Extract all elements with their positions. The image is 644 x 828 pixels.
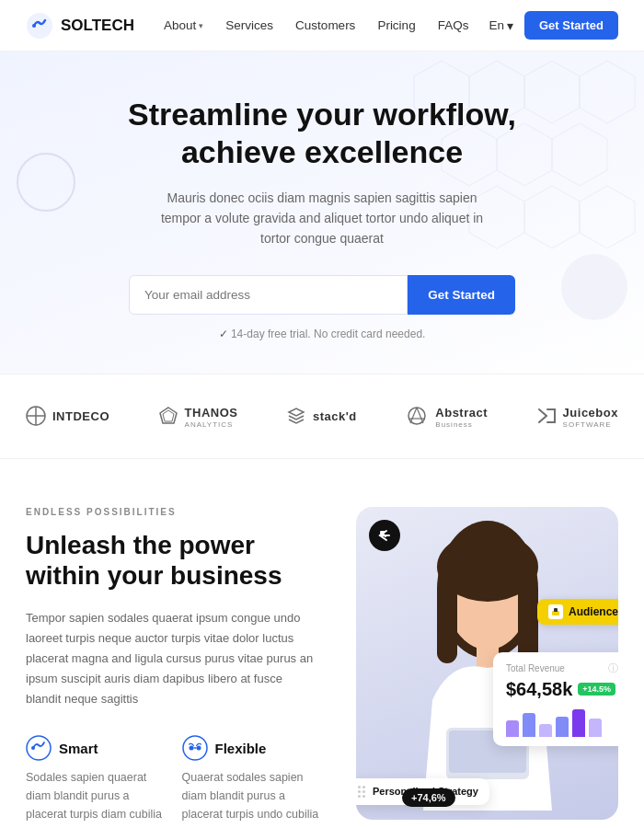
drag-handle [358, 786, 365, 798]
logo-thanos-text: THANOS [185, 406, 238, 420]
nav-links: About ▾ Services Customers Pricing FAQs … [155, 11, 618, 40]
logo-abstract-text: Abstract [435, 406, 488, 420]
feature-flexible: Flexible Quaerat sodales sapien diam bla… [182, 735, 320, 828]
logo-juicebox-text: Juicebox [563, 406, 618, 420]
logo-intdeco: INTDECO [26, 406, 109, 426]
hero-circle-right [561, 254, 627, 320]
feature-flexible-text: Quaerat sodales sapien diam blandit puru… [182, 768, 320, 828]
svg-point-25 [196, 746, 201, 751]
features-left: ENDLESS POSSIBILITIES Unleash the power … [26, 507, 319, 828]
logo-thanos-sub: ANALYTICS [185, 420, 238, 429]
features-tag: ENDLESS POSSIBILITIES [26, 507, 319, 517]
chevron-down-icon: ▾ [507, 18, 513, 33]
hero-form: Get Started [129, 275, 515, 315]
info-icon: ⓘ [608, 661, 618, 675]
email-input[interactable] [129, 275, 408, 315]
revenue-label: Total Revenue ⓘ [506, 661, 618, 675]
hero-note: 14-day free trial. No credit card needed… [26, 328, 618, 340]
audience-icon [548, 604, 563, 619]
features-headline: Unleash the power within your business [26, 530, 319, 592]
svg-rect-31 [518, 581, 538, 663]
svg-rect-30 [437, 581, 457, 663]
logo-abstract: Abstract Business [405, 404, 488, 429]
svg-marker-5 [580, 61, 635, 123]
dashboard-card: Audience Total Revenue ⓘ $64,58k +14.5% [356, 507, 618, 820]
svg-point-1 [32, 24, 36, 28]
logo[interactable]: SOLTECH [26, 12, 134, 40]
svg-rect-36 [554, 608, 558, 612]
revenue-value: $64,58k +14.5% [506, 679, 618, 700]
chevron-down-icon: ▾ [199, 21, 203, 30]
features-section: ENDLESS POSSIBILITIES Unleash the power … [0, 459, 644, 828]
svg-point-21 [27, 736, 51, 760]
hero-section: Streamline your workflow, achieve excell… [0, 52, 644, 374]
nav-about[interactable]: About ▾ [155, 13, 213, 38]
language-selector[interactable]: En ▾ [481, 13, 521, 39]
svg-marker-10 [524, 186, 580, 248]
nav-services[interactable]: Services [216, 13, 282, 38]
audience-label: Audience [569, 605, 618, 618]
logo-stackd: stack'd [286, 406, 357, 426]
back-button[interactable] [369, 520, 400, 551]
logo-juicebox-sub: SOFTWARE [563, 420, 618, 429]
logo-intdeco-text: INTDECO [52, 409, 109, 423]
logos-section: INTDECO THANOS ANALYTICS stack'd [0, 374, 644, 459]
logo-abstract-sub: Business [435, 420, 488, 429]
logo-thanos: THANOS ANALYTICS [158, 404, 238, 429]
percent-badge: +74,6% [402, 788, 455, 807]
hero-circle-left [17, 153, 75, 212]
revenue-badge: +14.5% [578, 683, 615, 696]
nav-faqs[interactable]: FAQs [429, 13, 478, 38]
features-right: Audience Total Revenue ⓘ $64,58k +14.5% [356, 507, 618, 820]
feature-smart-text: Sodales sapien quaerat diam blandit puru… [26, 768, 164, 828]
hero-subtext: Mauris donec ociis diam magnis sapien sa… [147, 188, 497, 249]
features-grid: Smart Sodales sapien quaerat diam blandi… [26, 735, 319, 828]
feature-smart: Smart Sodales sapien quaerat diam blandi… [26, 735, 164, 828]
nav-customers[interactable]: Customers [286, 13, 364, 38]
logos-row: INTDECO THANOS ANALYTICS stack'd [26, 404, 618, 429]
svg-marker-11 [580, 186, 635, 248]
svg-point-22 [31, 746, 35, 750]
svg-point-0 [27, 13, 52, 39]
features-description: Tempor sapien sodales quaerat ipsum cong… [26, 608, 319, 709]
svg-marker-16 [163, 410, 174, 421]
svg-point-24 [189, 746, 193, 751]
hero-cta-button[interactable]: Get Started [408, 275, 515, 315]
audience-tag: Audience [537, 599, 618, 625]
feature-smart-title: Smart [26, 735, 164, 761]
revenue-card: Total Revenue ⓘ $64,58k +14.5% [493, 652, 618, 746]
bar-chart [506, 707, 618, 737]
logo-juicebox: Juicebox SOFTWARE [536, 404, 618, 429]
feature-flexible-title: Flexible [182, 735, 320, 761]
logo-text: SOLTECH [61, 17, 134, 35]
nav-cta-button[interactable]: Get Started [524, 11, 618, 40]
logo-stackd-text: stack'd [313, 409, 357, 423]
navbar: SOLTECH About ▾ Services Customers Prici… [0, 0, 644, 52]
nav-pricing[interactable]: Pricing [368, 13, 424, 38]
hero-headline: Streamline your workflow, achieve excell… [83, 96, 561, 171]
